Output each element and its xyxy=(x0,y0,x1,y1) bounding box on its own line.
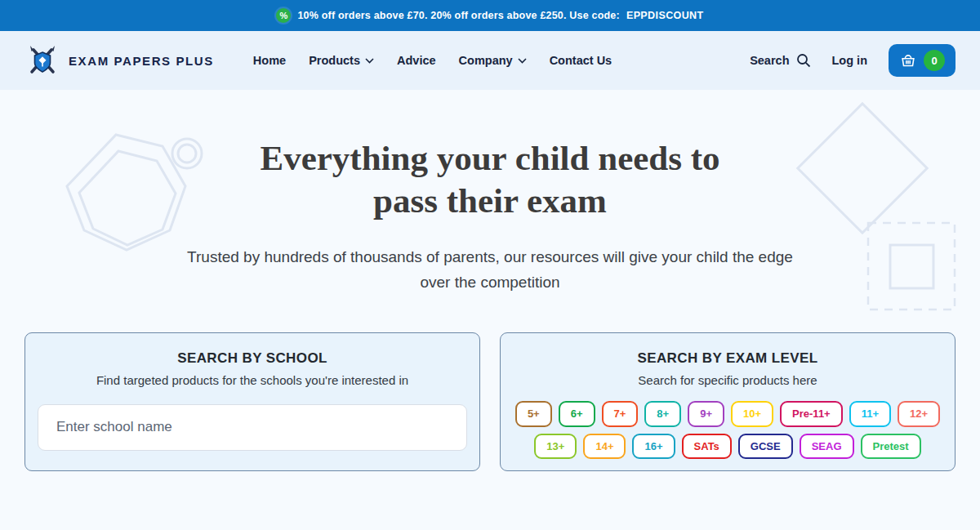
nav-label: Contact Us xyxy=(550,54,612,67)
promo-banner: % 10% off orders above £70. 20% off orde… xyxy=(0,0,980,31)
nav-item-products[interactable]: Products xyxy=(309,54,374,67)
chevron-down-icon xyxy=(365,58,374,64)
nav-label: Home xyxy=(253,54,286,67)
logo-icon xyxy=(24,43,60,78)
search-cards: SEARCH BY SCHOOL Find targeted products … xyxy=(0,332,980,471)
level-button-14plus[interactable]: 14+ xyxy=(583,434,626,460)
main-nav: Home Products Advice Company Contact Us xyxy=(253,54,612,67)
search-by-exam-level-card: SEARCH BY EXAM LEVEL Search for specific… xyxy=(500,332,956,471)
level-button-pre11plus[interactable]: Pre-11+ xyxy=(780,401,843,427)
level-button-6plus[interactable]: 6+ xyxy=(559,401,595,427)
nav-item-advice[interactable]: Advice xyxy=(397,54,436,67)
search-by-school-card: SEARCH BY SCHOOL Find targeted products … xyxy=(24,332,480,471)
exam-level-row-2: 13+ 14+ 16+ SATs GCSE SEAG Pretest xyxy=(534,434,920,460)
nav-label: Products xyxy=(309,54,360,67)
page-title: Everything your child needs to pass thei… xyxy=(0,90,980,223)
cart-count-badge: 0 xyxy=(924,50,945,71)
level-button-sats[interactable]: SATs xyxy=(682,434,732,460)
level-button-11plus[interactable]: 11+ xyxy=(849,401,891,427)
hero-section: Everything your child needs to pass thei… xyxy=(0,90,980,530)
site-header: EXAM PAPERS PLUS Home Products Advice Co… xyxy=(0,31,980,90)
nav-label: Company xyxy=(459,54,513,67)
chevron-down-icon xyxy=(518,58,527,64)
nav-item-home[interactable]: Home xyxy=(253,54,286,67)
percent-badge-icon: % xyxy=(276,8,291,23)
level-button-13plus[interactable]: 13+ xyxy=(534,434,577,460)
level-button-16plus[interactable]: 16+ xyxy=(632,434,675,460)
cart-button[interactable]: 0 xyxy=(889,44,956,77)
level-button-9plus[interactable]: 9+ xyxy=(688,401,724,427)
brand-name: EXAM PAPERS PLUS xyxy=(69,54,214,68)
school-name-input[interactable] xyxy=(38,404,467,451)
level-button-seag[interactable]: SEAG xyxy=(800,434,854,460)
level-button-8plus[interactable]: 8+ xyxy=(644,401,681,427)
search-button[interactable]: Search xyxy=(750,53,810,68)
level-button-5plus[interactable]: 5+ xyxy=(515,401,552,427)
level-button-pretest[interactable]: Pretest xyxy=(861,434,921,460)
level-button-7plus[interactable]: 7+ xyxy=(602,401,639,427)
search-icon xyxy=(796,53,811,68)
school-card-subtitle: Find targeted products for the schools y… xyxy=(38,373,467,387)
page-title-line1: Everything your child needs to xyxy=(260,139,719,177)
page-title-line2: pass their exam xyxy=(373,181,607,220)
level-button-12plus[interactable]: 12+ xyxy=(898,401,940,427)
exam-level-row-1: 5+ 6+ 7+ 8+ 9+ 10+ Pre-11+ 11+ 12+ xyxy=(515,401,940,427)
exam-level-buttons: 5+ 6+ 7+ 8+ 9+ 10+ Pre-11+ 11+ 12+ 13+ 1… xyxy=(513,401,942,459)
exam-card-title: SEARCH BY EXAM LEVEL xyxy=(513,350,942,367)
brand-logo[interactable]: EXAM PAPERS PLUS xyxy=(24,43,214,78)
header-actions: Search Log in 0 xyxy=(750,44,956,77)
basket-icon xyxy=(899,51,917,69)
promo-code: EPPDISCOUNT xyxy=(626,10,704,21)
level-button-gcse[interactable]: GCSE xyxy=(738,434,793,460)
nav-item-company[interactable]: Company xyxy=(459,54,527,67)
level-button-10plus[interactable]: 10+ xyxy=(731,401,773,427)
nav-item-contact-us[interactable]: Contact Us xyxy=(550,54,612,67)
promo-text: 10% off orders above £70. 20% off orders… xyxy=(297,10,620,21)
school-card-title: SEARCH BY SCHOOL xyxy=(38,350,467,367)
login-button[interactable]: Log in xyxy=(832,54,868,67)
nav-label: Advice xyxy=(397,54,436,67)
exam-card-subtitle: Search for specific products here xyxy=(513,373,942,387)
hero-subtitle: Trusted by hundreds of thousands of pare… xyxy=(174,244,807,295)
search-label: Search xyxy=(750,54,789,67)
